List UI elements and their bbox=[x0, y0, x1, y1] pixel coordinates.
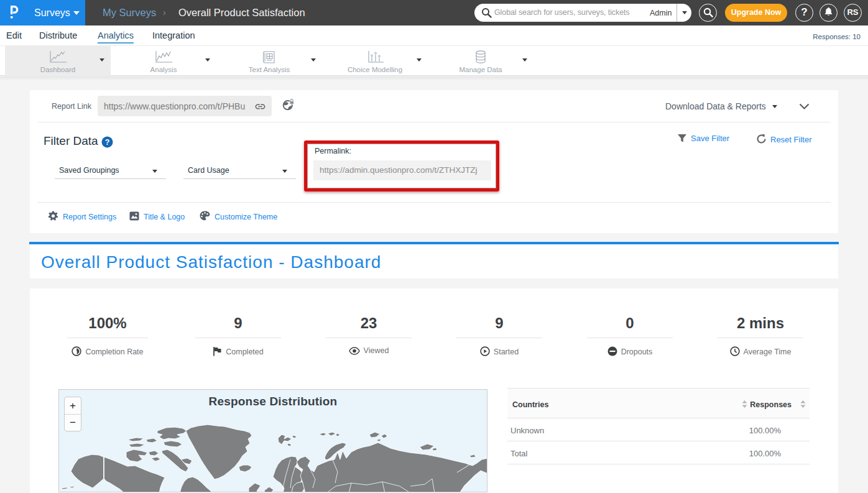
svg-text:?: ? bbox=[105, 138, 110, 147]
